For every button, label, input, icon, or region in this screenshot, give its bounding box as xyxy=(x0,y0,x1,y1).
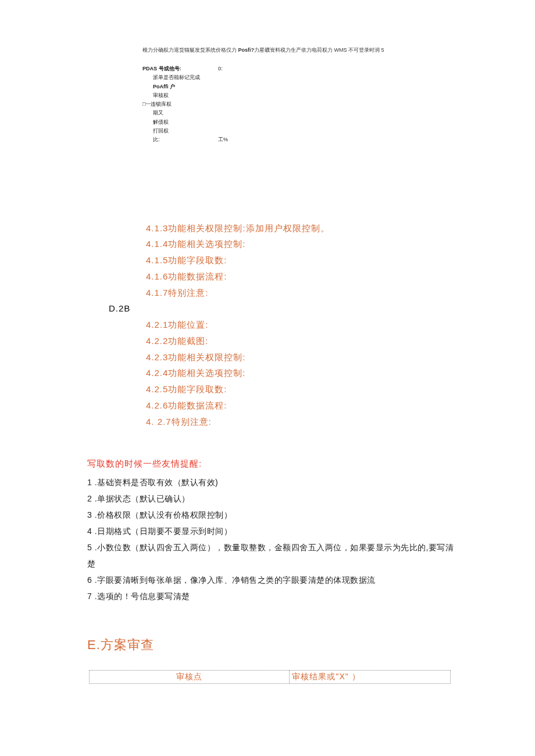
param-row-5: 期又 xyxy=(142,109,535,117)
review-col-1: 审核点 xyxy=(90,671,290,684)
reminder-5: 5 .小数位数（默认四舍五入两位），数量取整数，金额四舍五入两位，如果要显示为先… xyxy=(87,539,459,572)
param-row-3: 审核权 xyxy=(142,91,535,100)
item-422: 4.2.2功能截图: xyxy=(146,333,535,349)
reminder-7: 7 .选项的！号信息要写清楚 xyxy=(87,588,459,604)
item-417: 4.1.7特别注意: xyxy=(146,285,535,301)
param-label-2: PoAffi 户 xyxy=(142,83,218,91)
main-sections: 4.1.3功能相关权限控制:添加用户权限控制。 4.1.4功能相关选项控制: 4… xyxy=(125,220,535,430)
param-table: PDAS 号或他号: 0: 派单是否能标记完成 PoAffi 户 审核权 □一连… xyxy=(142,65,535,145)
param-row-0: PDAS 号或他号: 0: xyxy=(142,65,535,73)
review-col-2: 审核结果或"X" ） xyxy=(290,671,451,684)
heading-d2b: D.2B xyxy=(109,300,535,317)
reminder-title: 写取数的时候一些友情提醒: xyxy=(87,458,459,470)
item-426: 4.2.6功能数据流程: xyxy=(146,397,535,414)
param-row-4: □一连锁库权 xyxy=(142,100,535,109)
review-table-header-row: 审核点 审核结果或"X" ） xyxy=(90,671,451,684)
param-label-2-b: PoAffi 户 xyxy=(153,84,175,89)
reminder-6: 6 .字眼要清晰到每张单据，像净入库、净销售之类的字眼要清楚的体现数据流 xyxy=(87,572,459,588)
item-425: 4.2.5功能字段取数: xyxy=(146,381,535,397)
param-row-7: 打回权 xyxy=(142,127,535,135)
review-heading: E.方案审查 xyxy=(87,636,535,654)
reminder-1: 1 .基础资料是否取有效（默认有效) xyxy=(87,474,459,490)
param-label-1: 派单是否能标记完成 xyxy=(142,73,218,82)
item-415: 4.1.5功能字段取数: xyxy=(146,252,535,268)
param-row-2: PoAffi 户 xyxy=(142,83,535,91)
item-413: 4.1.3功能相关权限控制:添加用户权限控制。 xyxy=(146,220,535,237)
top-header-mid: Posfi? xyxy=(238,47,255,53)
item-424: 4.2.4功能相关选项控制: xyxy=(146,365,535,381)
reminder-4: 4 .日期格式（日期要不要显示到时间） xyxy=(87,523,459,539)
item-423: 4.2.3功能相关权限控制: xyxy=(146,349,535,366)
param-label-4: □一连锁库权 xyxy=(142,100,218,109)
section-41-list: 4.1.3功能相关权限控制:添加用户权限控制。 4.1.4功能相关选项控制: 4… xyxy=(146,220,535,301)
reminder-block: 写取数的时候一些友情提醒: 1 .基础资料是否取有效（默认有效) 2 .单据状态… xyxy=(87,458,459,604)
reminder-2: 2 .单据状态（默认已确认） xyxy=(87,490,459,507)
top-header-prefix: 根力分确权力退货猫艇发货系统价格仅力 xyxy=(142,47,238,53)
top-header-line: 根力分确权力退货猫艇发货系统价格仅力 Posfi?力星礦资料税力生产依力电荷权力… xyxy=(142,46,535,54)
review-table: 审核点 审核结果或"X" ） xyxy=(89,670,451,684)
item-427: 4. 2.7特别注意: xyxy=(146,414,535,430)
reminder-3: 3 .价格权限（默认没有价格权限控制） xyxy=(87,507,459,523)
param-row-6: 解债权 xyxy=(142,118,535,127)
item-421: 4.2.1功能位置: xyxy=(146,317,535,333)
param-label-5: 期又 xyxy=(142,109,218,117)
param-row-8: 比: 工% xyxy=(142,135,535,144)
param-label-3: 审核权 xyxy=(142,91,218,100)
param-label-7: 打回权 xyxy=(142,127,218,135)
top-meta-block: 根力分确权力退货猫艇发货系统价格仅力 Posfi?力星礦资料税力生产依力电荷权力… xyxy=(142,46,535,145)
param-val-8: 工% xyxy=(218,135,228,144)
param-label-8: 比: xyxy=(142,135,218,144)
top-header-suffix: 力星礦资料税力生产依力电荷权力 WMS 不可登录时润 5 xyxy=(254,47,384,53)
param-row-1: 派单是否能标记完成 xyxy=(142,73,535,82)
item-416: 4.1.6功能数据流程: xyxy=(146,268,535,285)
param-label-6: 解债权 xyxy=(142,118,218,127)
section-42-list: 4.2.1功能位置: 4.2.2功能截图: 4.2.3功能相关权限控制: 4.2… xyxy=(146,317,535,429)
param-val-pdas: 0: xyxy=(218,65,223,73)
param-label-pdas: PDAS 号或他号: xyxy=(142,65,218,73)
item-414: 4.1.4功能相关选项控制: xyxy=(146,236,535,252)
